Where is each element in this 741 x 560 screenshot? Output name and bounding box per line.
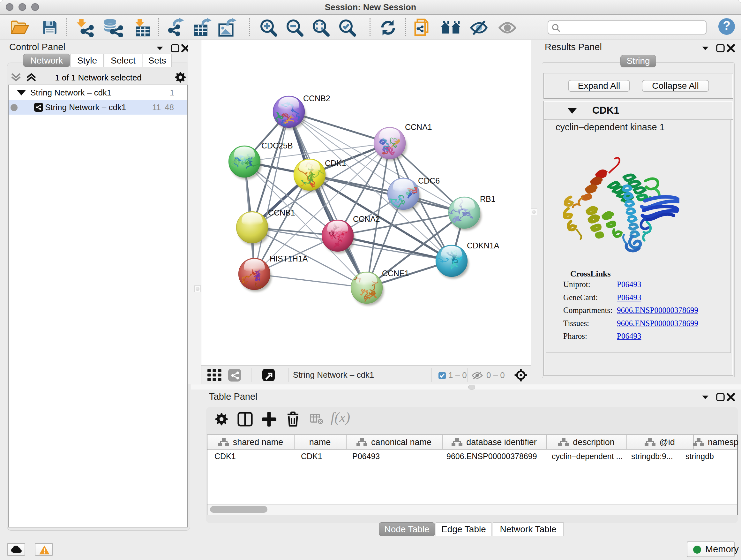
svg-text:CDKN1A: CDKN1A xyxy=(467,241,499,250)
svg-text:CCNB1: CCNB1 xyxy=(268,208,295,217)
svg-text:CDK1: CDK1 xyxy=(325,159,346,168)
svg-text:RB1: RB1 xyxy=(480,194,495,203)
svg-text:CDC6: CDC6 xyxy=(418,176,440,185)
svg-text:HIST1H1A: HIST1H1A xyxy=(270,254,308,263)
svg-text:CDC25B: CDC25B xyxy=(261,141,293,150)
svg-text:CCNA2: CCNA2 xyxy=(353,214,380,224)
svg-text:CCNB2: CCNB2 xyxy=(303,94,330,103)
svg-text:CCNE1: CCNE1 xyxy=(382,269,409,278)
svg-text:CCNA1: CCNA1 xyxy=(405,123,432,132)
